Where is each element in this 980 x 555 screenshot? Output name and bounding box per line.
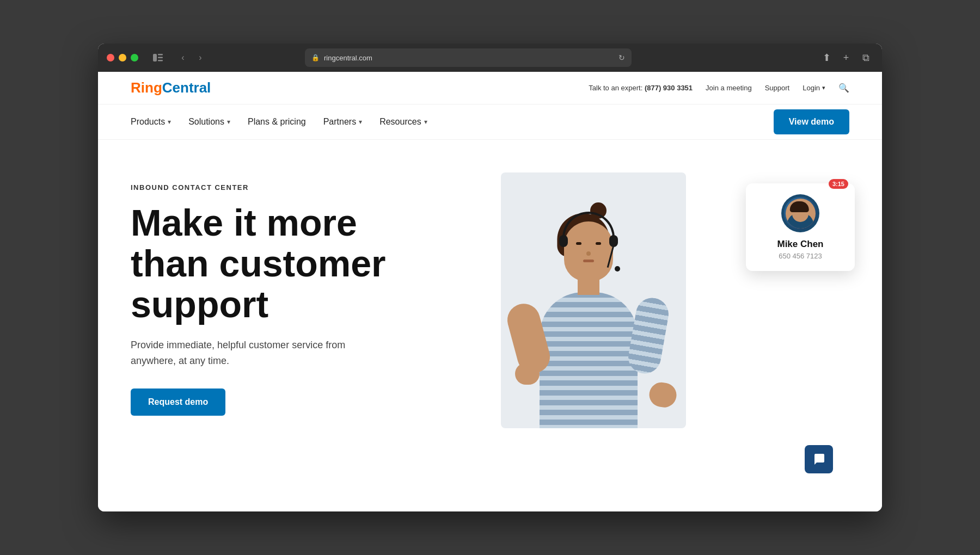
chevron-down-icon: ▾ [168,118,171,126]
lock-icon: 🔒 [311,54,320,61]
chevron-down-icon: ▾ [227,118,230,126]
hero-eyebrow: INBOUND CONTACT CENTER [131,183,490,192]
share-button[interactable]: ⬆ [819,50,834,65]
browser-nav-buttons: ‹ › [175,50,208,65]
main-navigation: Products ▾ Solutions ▾ Plans & pricing P… [98,104,882,140]
chevron-down-icon: ▾ [424,118,427,126]
back-button[interactable]: ‹ [175,50,191,65]
caller-avatar-inner [784,197,817,230]
headset-ear-right [609,235,618,247]
chat-bubble-button[interactable] [805,445,833,473]
ringcentral-logo[interactable]: RingCentral [131,79,211,96]
caller-number: 650 456 7123 [757,252,844,260]
phone-number[interactable]: (877) 930 3351 [645,84,693,92]
sidebar-toggle-button[interactable] [149,49,167,66]
caller-name: Mike Chen [757,239,844,250]
new-tab-button[interactable]: + [838,50,854,65]
logo-ring-text: Ring [131,79,162,96]
url-text: ringcentral.com [324,54,372,62]
top-nav-right: Talk to an expert: (877) 930 3351 Join a… [589,83,849,93]
nav-resources[interactable]: Resources ▾ [379,117,427,127]
nav-solutions[interactable]: Solutions ▾ [188,117,230,127]
forward-button[interactable]: › [193,50,208,65]
svg-rect-0 [153,54,157,61]
address-bar[interactable]: 🔒 ringcentral.com ↻ [305,48,632,67]
nav-products[interactable]: Products ▾ [131,117,171,127]
join-meeting-link[interactable]: Join a meeting [706,84,752,92]
minimize-button[interactable] [119,54,126,61]
headset-ear-left [559,235,568,247]
phone-label: Talk to an expert: [589,84,642,92]
support-link[interactable]: Support [765,84,790,92]
website-content: RingCentral Talk to an expert: (877) 930… [98,72,882,511]
main-nav-items: Products ▾ Solutions ▾ Plans & pricing P… [131,117,427,127]
maximize-button[interactable] [131,54,138,61]
hero-agent-image [501,172,686,428]
agent-figure [540,292,638,428]
hero-subtitle: Provide immediate, helpful customer serv… [131,337,359,369]
tabs-button[interactable]: ⧉ [858,50,873,65]
svg-rect-1 [158,54,163,55]
microphone-tip [615,266,620,272]
top-navigation: RingCentral Talk to an expert: (877) 930… [98,72,882,104]
agent-shirt [540,292,638,428]
svg-rect-3 [158,60,163,61]
hero-title: Make it more than customer support [131,202,490,324]
call-card: 3:15 Mike Chen 650 456 7123 [746,183,855,271]
chevron-down-icon: ▾ [359,118,362,126]
browser-titlebar: ‹ › 🔒 ringcentral.com ↻ ⬆ + ⧉ [98,44,882,72]
browser-window: ‹ › 🔒 ringcentral.com ↻ ⬆ + ⧉ RingCentra… [98,44,882,511]
request-demo-button[interactable]: Request demo [131,388,225,416]
chevron-down-icon: ▾ [822,84,825,91]
nav-partners[interactable]: Partners ▾ [323,117,362,127]
agent-neck [578,279,599,295]
hero-left: INBOUND CONTACT CENTER Make it more than… [131,172,490,490]
close-button[interactable] [107,54,114,61]
caller-avatar [781,194,819,232]
traffic-lights [107,54,138,61]
hero-section: INBOUND CONTACT CENTER Make it more than… [98,140,882,511]
nav-plans-pricing[interactable]: Plans & pricing [248,117,306,127]
refresh-icon[interactable]: ↻ [618,53,625,62]
phone-cta: Talk to an expert: (877) 930 3351 [589,84,693,92]
login-button[interactable]: Login ▾ [803,84,825,92]
search-button[interactable]: 🔍 [838,83,849,93]
browser-toolbar-right: ⬆ + ⧉ [819,50,873,65]
hand-left [515,363,540,385]
logo-central-text: Central [162,79,211,96]
hero-right: 3:15 Mike Chen 650 456 7123 [490,172,849,490]
view-demo-button[interactable]: View demo [774,109,849,134]
call-timer-badge: 3:15 [829,179,848,189]
svg-rect-2 [158,57,163,59]
